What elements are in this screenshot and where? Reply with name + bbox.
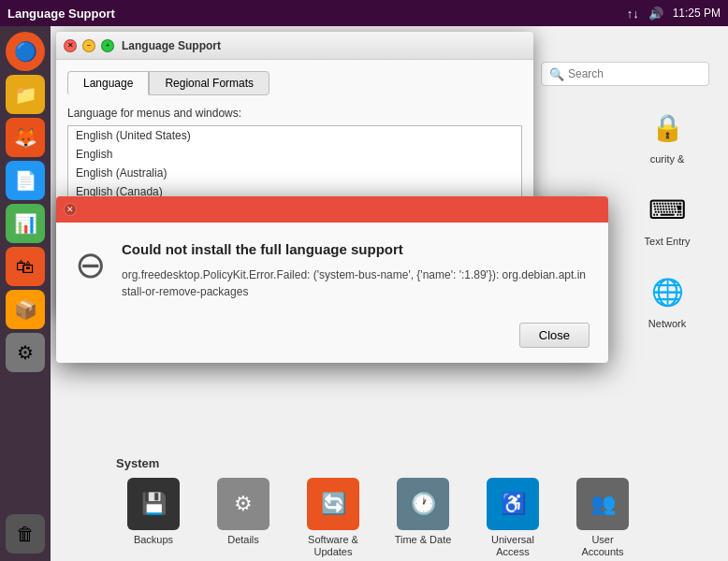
settings-side-icons: 🔒 curity & ⌨ Text Entry 🌐 Network xyxy=(606,101,728,329)
security-icon: 🔒 xyxy=(641,101,693,153)
error-text-area: Could not install the full language supp… xyxy=(122,241,590,300)
error-message: org.freedesktop.PolicyKit.Error.Failed: … xyxy=(122,266,590,300)
launcher-icon-settings[interactable]: ⚙ xyxy=(6,333,45,372)
error-titlebar: ✕ xyxy=(56,196,608,223)
sys-icon-universal-access[interactable]: ♿ UniversalAccess xyxy=(475,478,550,558)
sys-icon-time-date[interactable]: 🕐 Time & Date xyxy=(386,478,460,546)
error-footer: Close xyxy=(56,315,608,363)
top-panel-title: Language Support xyxy=(7,7,115,21)
sys-icon-backups[interactable]: 💾 Backups xyxy=(116,478,191,546)
launcher-icon-amazon[interactable]: 📦 xyxy=(6,290,45,329)
language-window-title: Language Support xyxy=(122,39,221,52)
details-label: Details xyxy=(227,534,259,546)
window-close-button[interactable]: ✕ xyxy=(64,39,77,52)
sys-icon-user-accounts[interactable]: 👥 UserAccounts xyxy=(565,478,640,558)
user-accounts-label: UserAccounts xyxy=(581,534,623,558)
top-panel-right: ↑↓ 🔊 11:25 PM xyxy=(627,7,721,21)
launcher-icon-ubuntu[interactable]: 🔵 xyxy=(6,32,45,71)
software-updates-icon: 🔄 xyxy=(307,478,359,530)
network-icon: 🌐 xyxy=(641,266,693,318)
launcher-icon-files[interactable]: 📁 xyxy=(6,75,45,114)
sys-icon-software-updates[interactable]: 🔄 Software &Updates xyxy=(296,478,371,558)
system-section: System 💾 Backups ⚙ Details 🔄 Software &U… xyxy=(101,449,728,561)
time-date-icon: 🕐 xyxy=(397,478,449,530)
error-icon: ⊖ xyxy=(75,243,107,286)
text-entry-label: Text Entry xyxy=(645,236,691,247)
network-indicator: ↑↓ xyxy=(627,7,639,21)
error-title: Could not install the full language supp… xyxy=(122,241,590,257)
clock: 11:25 PM xyxy=(673,7,721,20)
top-panel: Language Support ↑↓ 🔊 11:25 PM xyxy=(0,0,728,26)
settings-search-bar[interactable]: 🔍 xyxy=(541,62,709,86)
system-icons-row: 💾 Backups ⚙ Details 🔄 Software &Updates … xyxy=(116,478,713,558)
backups-label: Backups xyxy=(134,534,173,546)
software-updates-label: Software &Updates xyxy=(308,534,358,558)
error-dialog: ✕ ⊖ Could not install the full language … xyxy=(56,196,608,363)
error-close-button[interactable]: Close xyxy=(519,323,590,348)
tab-regional-formats[interactable]: Regional Formats xyxy=(149,71,269,95)
time-date-label: Time & Date xyxy=(395,534,452,546)
launcher-icon-software[interactable]: 🛍 xyxy=(6,247,45,286)
search-input[interactable] xyxy=(568,67,701,80)
launcher: 🔵 📁 🦊 📄 📊 🛍 📦 ⚙ 🗑 xyxy=(0,26,51,561)
language-tabs: Language Regional Formats xyxy=(67,71,522,95)
tab-language[interactable]: Language xyxy=(67,71,149,95)
universal-access-label: UniversalAccess xyxy=(491,534,534,558)
error-close-window-button[interactable]: ✕ xyxy=(64,203,77,216)
user-accounts-icon: 👥 xyxy=(576,478,629,530)
details-icon: ⚙ xyxy=(217,478,269,530)
sys-icon-details[interactable]: ⚙ Details xyxy=(206,478,281,546)
desktop: Language Support ↑↓ 🔊 11:25 PM 🔵 📁 🦊 📄 📊… xyxy=(0,0,728,561)
text-entry-icon: ⌨ xyxy=(641,183,693,236)
security-label: curity & xyxy=(650,153,685,165)
backups-icon: 💾 xyxy=(127,478,180,530)
error-body: ⊖ Could not install the full language su… xyxy=(56,223,608,315)
network-label: Network xyxy=(648,318,686,329)
launcher-icon-trash[interactable]: 🗑 xyxy=(6,514,45,554)
side-icon-text-entry[interactable]: ⌨ Text Entry xyxy=(606,183,728,247)
launcher-icon-writer[interactable]: 📄 xyxy=(6,161,45,200)
window-minimize-button[interactable]: − xyxy=(82,39,95,52)
language-window-titlebar: ✕ − + Language Support xyxy=(56,32,533,60)
launcher-icon-calc[interactable]: 📊 xyxy=(6,204,45,243)
window-maximize-button[interactable]: + xyxy=(101,39,114,52)
language-item-english-australia[interactable]: English (Australia) xyxy=(68,164,521,182)
launcher-icon-firefox[interactable]: 🦊 xyxy=(6,118,45,157)
language-section-label: Language for menus and windows: xyxy=(67,107,522,120)
search-icon: 🔍 xyxy=(549,67,564,81)
window-controls: ✕ − + xyxy=(64,39,114,52)
system-section-title: System xyxy=(116,456,713,470)
language-item-english[interactable]: English xyxy=(68,145,521,164)
side-icon-security[interactable]: 🔒 curity & xyxy=(606,101,728,165)
language-item-english-us[interactable]: English (United States) xyxy=(68,126,521,145)
universal-access-icon: ♿ xyxy=(487,478,539,530)
sound-indicator: 🔊 xyxy=(648,7,663,21)
side-icon-network[interactable]: 🌐 Network xyxy=(606,266,728,329)
